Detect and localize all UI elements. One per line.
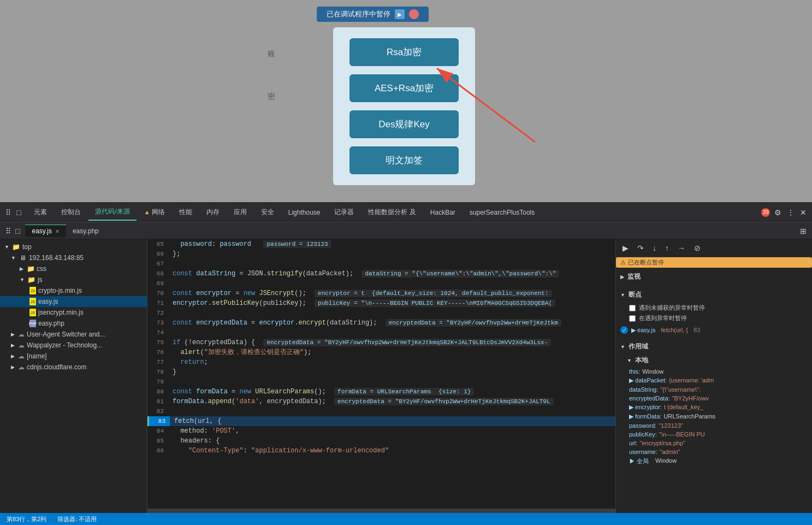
code-line-72: 72 — [147, 308, 615, 318]
file-tab-easy-php-label: easy.php — [73, 227, 99, 235]
exception-label-1: 遇到未捕获的异常时暂停 — [639, 304, 705, 312]
record-icon — [409, 9, 419, 19]
tab-sources[interactable]: 源代码/来源 — [88, 204, 136, 221]
sidebar-section-page: ▼ 📁 top ▼ 🖥 192.168.43.148:85 ▶ 📁 css ▼ … — [0, 239, 147, 375]
sidebar-item-jsencrypt[interactable]: JS jsencrypt.min.js — [0, 307, 147, 318]
sidebar-label-cryptojs: crypto-js.min.js — [38, 287, 82, 294]
sidebar-label-jsencrypt: jsencrypt.min.js — [38, 309, 84, 316]
new-tab-icon[interactable]: □ — [14, 226, 21, 237]
code-scroll-area[interactable]: 65 password: password password = 123123 … — [147, 239, 615, 509]
close-badge-button[interactable]: 39 — [761, 208, 770, 217]
split-editor-icon[interactable]: ⊞ — [799, 226, 808, 237]
rsa-encrypt-button[interactable]: Rsa加密 — [349, 38, 459, 66]
scope-global[interactable]: ▶ 全局 Window — [616, 456, 812, 467]
more-options-icon[interactable]: ⋮ — [786, 207, 796, 218]
settings-icon[interactable]: ⚙ — [773, 207, 783, 218]
devtools-layout-icon[interactable]: □ — [15, 207, 22, 218]
play-icon[interactable]: ▶ — [395, 9, 405, 19]
code-line-75: 75 if (!encryptedData) { encryptedData =… — [147, 338, 615, 347]
tab-console[interactable]: 控制台 — [55, 204, 87, 220]
tab-lighthouse[interactable]: Lighthouse — [282, 205, 327, 220]
tab-recorder[interactable]: 记录器 — [328, 204, 360, 220]
resume-button[interactable]: ▶ — [620, 243, 631, 253]
sidebar-item-cryptojs[interactable]: JS crypto-js.min.js — [0, 285, 147, 296]
debug-toolbar: ▶ ↷ ↓ ↑ → ⊘ — [616, 239, 812, 257]
code-line-78: 78 } — [147, 367, 615, 377]
sidebar-item-easyphp[interactable]: PHP easy.php — [0, 318, 147, 329]
tab-hackbar[interactable]: HackBar — [424, 205, 462, 220]
local-scope-title[interactable]: ▼ 本地 — [616, 353, 812, 367]
sidebar-item-top[interactable]: ▼ 📁 top — [0, 241, 147, 252]
code-line-81: 81 formData.append('data', encryptedData… — [147, 397, 615, 406]
step-over-button[interactable]: ↷ — [635, 243, 646, 253]
sidebar-item-js[interactable]: ▼ 📁 js — [0, 274, 147, 285]
tab-network[interactable]: ▲ 网络 — [138, 204, 171, 220]
exception-pause-caught[interactable]: 在遇到异常时暂停 — [629, 314, 808, 322]
code-line-69: 69 — [147, 279, 615, 288]
close-devtools-icon[interactable]: ✕ — [799, 207, 808, 218]
watch-title[interactable]: ▶ 监视 — [616, 270, 812, 284]
exception-checkbox-2[interactable] — [629, 315, 636, 322]
scope-datapacket[interactable]: ▶ dataPacket: {username: 'adm — [616, 376, 812, 385]
horizontal-scrollbar[interactable] — [147, 509, 615, 513]
tab-supersearch[interactable]: superSearchPlusTools — [463, 205, 541, 220]
sidebar-item-wappalyzer[interactable]: ▶ ☁ Wappalyzer - Technolog... — [0, 340, 147, 351]
sidebar-label-top: top — [22, 243, 32, 251]
step-out-button[interactable]: ↑ — [663, 243, 671, 253]
local-scope-label: 本地 — [635, 356, 648, 365]
chevron-right-icon-wappalyzer: ▶ — [11, 343, 15, 348]
step-button[interactable]: → — [675, 243, 687, 253]
sidebar-label-easyphp: easy.php — [38, 320, 64, 327]
file-tab-easy-js[interactable]: easy.js ✕ — [25, 225, 66, 237]
scope-encryptor[interactable]: ▶ encryptor: t {default_key_ — [616, 403, 812, 412]
chevron-down-scope: ▼ — [620, 344, 625, 350]
code-line-73: 73 const encryptedData = encryptor.encry… — [147, 318, 615, 328]
code-line-79: 79 — [147, 377, 615, 387]
code-line-80: 80 const formData = new URLSearchParams(… — [147, 387, 615, 397]
sidebar-item-cdnjs[interactable]: ▶ ☁ cdnjs.cloudflare.com — [0, 362, 147, 373]
scope-datastring: dataString: "{\"username\": — [616, 385, 812, 394]
sidebar-label-easyjs: easy.js — [38, 298, 58, 305]
scope-formdata[interactable]: ▶ formData: URLSearchParams — [616, 412, 812, 421]
form-label-account: 账 — [268, 49, 275, 59]
scope-section: ▼ 作用域 ▼ 本地 this: Window ▶ dataPacket: {u… — [616, 338, 812, 469]
breakpoint-line: 83 — [694, 327, 700, 333]
sidebar-item-name[interactable]: ▶ ☁ [name] — [0, 351, 147, 362]
sidebar-item-useragent[interactable]: ▶ ☁ User-Agent Switcher and... — [0, 329, 147, 340]
tab-memory[interactable]: 内存 — [200, 204, 226, 220]
close-easy-js-tab[interactable]: ✕ — [55, 228, 60, 234]
code-line-74: 74 — [147, 328, 615, 338]
code-line-82: 82 — [147, 406, 615, 416]
sidebar-item-easyjs[interactable]: JS easy.js — [0, 296, 147, 307]
des-key-button[interactable]: Des规律Key — [349, 110, 459, 138]
exception-checkbox-1[interactable] — [629, 305, 636, 311]
debugger-paused-bar: 已在调试程序中暂停 ▶ — [317, 7, 429, 22]
tab-application[interactable]: 应用 — [227, 204, 253, 220]
step-into-button[interactable]: ↓ — [650, 243, 659, 253]
tab-elements[interactable]: 元素 — [27, 204, 54, 220]
sidebar-item-css[interactable]: ▶ 📁 css — [0, 263, 147, 274]
file-tab-easy-php[interactable]: easy.php — [66, 225, 105, 237]
chevron-right-icon-css: ▶ — [20, 266, 23, 272]
code-line-86: 86 "Content-Type": "application/x-www-fo… — [147, 446, 615, 456]
sidebar-item-host[interactable]: ▼ 🖥 192.168.43.148:85 — [0, 252, 147, 263]
chevron-down-local: ▼ — [627, 358, 632, 363]
code-editor: 65 password: password password = 123123 … — [147, 239, 615, 513]
devtools-menu-icon[interactable]: ⠿ — [4, 207, 12, 218]
deactivate-breakpoints-button[interactable]: ⊘ — [692, 243, 703, 253]
sidebar-toggle-icon[interactable]: ⠿ — [4, 226, 12, 237]
tab-perf-insights[interactable]: 性能数据分析 及 — [361, 204, 422, 220]
tab-security[interactable]: 安全 — [254, 204, 281, 220]
file-tabs-bar: ⠿ □ easy.js ✕ easy.php ⊞ — [0, 223, 812, 239]
plaintext-sign-button[interactable]: 明文加签 — [349, 146, 459, 174]
scope-title[interactable]: ▼ 作用域 — [616, 340, 812, 353]
breakpoint-item-easy-js[interactable]: ✓ ▶ easy.js fetch(url, { 83 — [616, 325, 812, 335]
tab-performance[interactable]: 性能 — [173, 204, 199, 220]
code-line-83: 83 fetch(url, { — [147, 416, 615, 426]
sidebar-label-js: js — [38, 276, 43, 284]
tab-icons-group: ⠿ □ — [4, 207, 22, 218]
breakpoints-title[interactable]: ▼ 断点 — [616, 288, 812, 302]
scope-username: username: "admin" — [616, 447, 812, 456]
exception-pause-uncaught[interactable]: 遇到未捕获的异常时暂停 — [629, 304, 808, 312]
aes-rsa-encrypt-button[interactable]: AES+Rsa加密 — [349, 74, 459, 102]
